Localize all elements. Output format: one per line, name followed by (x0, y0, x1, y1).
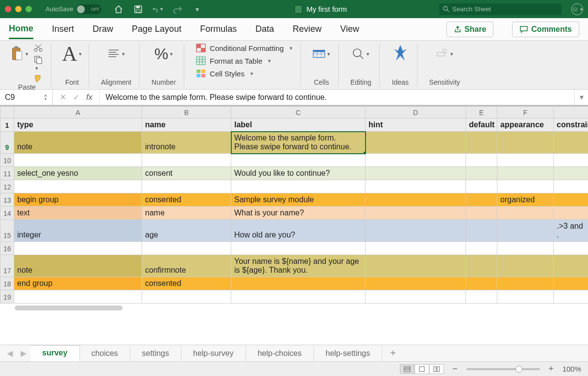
formula-expand-icon[interactable]: ▾ (574, 90, 588, 105)
table-row[interactable]: 13begin groupconsentedSample survey modu… (0, 193, 588, 207)
cell[interactable] (497, 290, 554, 304)
cell[interactable] (466, 242, 497, 255)
cell[interactable] (231, 290, 366, 304)
cell[interactable] (466, 277, 497, 290)
cell[interactable]: integer (14, 220, 142, 242)
cell[interactable] (231, 180, 366, 193)
cell[interactable] (554, 242, 588, 255)
cell[interactable] (554, 193, 588, 207)
cell[interactable]: What is your name? (231, 207, 366, 220)
group-cells[interactable]: ▾ Cells (308, 44, 339, 87)
cell[interactable] (554, 255, 588, 277)
cell[interactable] (554, 290, 588, 304)
namebox-stepper-icon[interactable]: ▲▼ (44, 94, 48, 101)
col-F[interactable]: F (497, 107, 554, 118)
row-header[interactable]: 16 (0, 242, 14, 255)
sheet-tab-help-settings[interactable]: help-settings (314, 346, 383, 361)
cell[interactable] (554, 207, 588, 220)
formula-input[interactable]: Welcome to the sample form. Please swipe… (99, 93, 574, 102)
cell[interactable]: select_one yesno (14, 167, 142, 180)
row-header[interactable]: 17 (0, 255, 14, 277)
tab-review[interactable]: Review (293, 20, 321, 38)
group-ideas[interactable]: Ideas (387, 44, 417, 87)
row-header[interactable]: 11 (0, 167, 14, 180)
cell[interactable] (554, 167, 588, 180)
cell[interactable] (366, 193, 466, 207)
tab-draw[interactable]: Draw (93, 20, 113, 38)
cell[interactable] (554, 154, 588, 167)
tab-data[interactable]: Data (255, 20, 274, 38)
cell[interactable] (14, 180, 142, 193)
cell[interactable] (366, 167, 466, 180)
cell[interactable] (231, 154, 366, 167)
cell[interactable] (466, 167, 497, 180)
col-C[interactable]: C (231, 107, 366, 118)
select-all-corner[interactable] (0, 107, 14, 118)
cell[interactable] (554, 277, 588, 290)
cell[interactable] (14, 242, 142, 255)
cell[interactable] (142, 242, 231, 255)
cell[interactable]: end group (14, 277, 142, 290)
tab-home[interactable]: Home (9, 20, 33, 39)
cell[interactable] (366, 207, 466, 220)
view-switcher[interactable] (400, 364, 444, 374)
cell[interactable]: default (466, 118, 497, 132)
sheet-tab-choices[interactable]: choices (80, 346, 130, 361)
cell[interactable] (497, 242, 554, 255)
table-row[interactable]: 14textnameWhat is your name? (0, 207, 588, 220)
row-header[interactable]: 10 (0, 154, 14, 167)
cell[interactable]: consented (142, 277, 231, 290)
cut-icon[interactable] (33, 44, 43, 52)
cell[interactable] (366, 220, 466, 242)
column-headers[interactable]: A B C D E F (0, 107, 588, 118)
col-G[interactable] (554, 107, 588, 118)
format-as-table-button[interactable]: Format as Table▾ (196, 56, 293, 65)
table-row[interactable]: 10 (0, 154, 588, 167)
zoom-in-button[interactable]: + (547, 364, 556, 374)
group-number[interactable]: %▾ Number (147, 44, 184, 87)
table-row[interactable]: 1typenamelabelhintdefaultappearanceconst… (0, 118, 588, 132)
view-normal-icon[interactable] (400, 364, 415, 374)
table-row[interactable]: 18end groupconsented (0, 277, 588, 290)
tab-page-layout[interactable]: Page Layout (132, 20, 181, 38)
cell[interactable]: begin group (14, 193, 142, 207)
cell[interactable] (14, 290, 142, 304)
horizontal-scrollbar[interactable] (15, 306, 122, 310)
row-header[interactable]: 18 (0, 277, 14, 290)
cell[interactable]: consent (142, 167, 231, 180)
col-B[interactable]: B (142, 107, 231, 118)
table-row[interactable]: 15integerageHow old are you?.>3 and . (0, 220, 588, 242)
cell[interactable]: type (14, 118, 142, 132)
cell[interactable] (466, 180, 497, 193)
search-sheet-input[interactable]: Search Sheet (439, 3, 562, 15)
tab-formulas[interactable]: Formulas (200, 20, 237, 38)
accept-edit-icon[interactable]: ✓ (73, 93, 79, 102)
undo-icon[interactable]: ▾ (152, 4, 163, 15)
zoom-out-button[interactable]: − (451, 364, 460, 374)
cell[interactable] (366, 242, 466, 255)
cell[interactable] (466, 132, 497, 154)
cell[interactable] (366, 132, 466, 154)
cell[interactable]: note (14, 132, 142, 154)
conditional-formatting-button[interactable]: Conditional Formatting▾ (196, 44, 293, 52)
row-header[interactable]: 14 (0, 207, 14, 220)
cell[interactable] (466, 290, 497, 304)
cell[interactable]: text (14, 207, 142, 220)
cell[interactable] (366, 255, 466, 277)
sheet-tab-help-survey[interactable]: help-survey (181, 346, 246, 361)
cell[interactable] (466, 220, 497, 242)
cell[interactable]: age (142, 220, 231, 242)
cell[interactable]: Welcome to the sample form. Please swipe… (231, 132, 366, 154)
sheet-tab-help-choices[interactable]: help-choices (246, 346, 314, 361)
cell[interactable]: note (14, 255, 142, 277)
cancel-edit-icon[interactable]: ✕ (60, 93, 66, 102)
cell[interactable] (366, 277, 466, 290)
col-D[interactable]: D (366, 107, 466, 118)
cell[interactable] (497, 132, 554, 154)
row-header[interactable]: 1 (0, 118, 14, 132)
comments-button[interactable]: Comments (512, 22, 579, 37)
zoom-level[interactable]: 100% (563, 365, 581, 373)
name-box[interactable]: C9 ▲▼ (0, 90, 53, 105)
cell[interactable] (142, 180, 231, 193)
view-page-layout-icon[interactable] (415, 364, 429, 374)
